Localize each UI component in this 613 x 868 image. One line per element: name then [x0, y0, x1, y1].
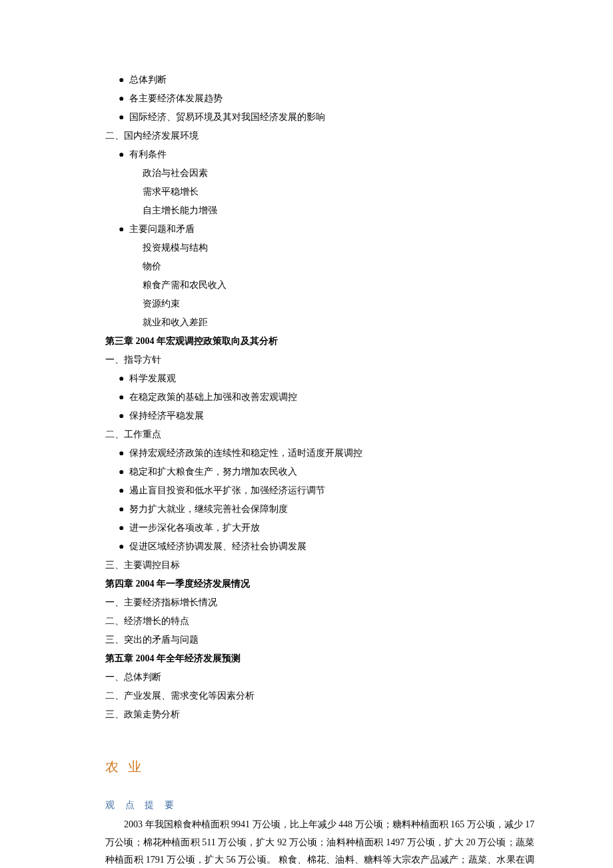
bullet-icon: ● [119, 481, 129, 500]
toc-bullet-item: ●促进区域经济协调发展、经济社会协调发展 [79, 537, 534, 556]
toc-section-title: 三、主要调控目标 [79, 556, 534, 575]
bullet-icon: ● [119, 463, 129, 481]
toc-chapter-title: 第五章 2004 年全年经济发展预测 [79, 649, 534, 668]
bullet-icon: ● [119, 444, 129, 463]
toc-section-title: 三、政策走势分析 [79, 705, 534, 724]
toc-bullet-item: ●保持宏观经济政策的连续性和稳定性，适时适度开展调控 [79, 444, 534, 463]
toc-sub-item: 物价 [79, 257, 534, 276]
toc-sub-item: 自主增长能力增强 [79, 201, 534, 220]
toc-bullet-item: ●努力扩大就业，继续完善社会保障制度 [79, 500, 534, 519]
toc-sub-item: 投资规模与结构 [79, 239, 534, 257]
bullet-icon: ● [119, 407, 129, 425]
bullet-icon: ● [119, 220, 129, 239]
bullet-icon: ● [119, 537, 129, 556]
toc-bullet-item: ●稳定和扩大粮食生产，努力增加农民收入 [79, 463, 534, 481]
bullet-icon: ● [119, 108, 129, 127]
toc-section-title: 二、产业发展、需求变化等因素分析 [79, 687, 534, 705]
body-paragraph: 2003 年我国粮食种植面积 9941 万公顷，比上年减少 448 万公顷；糖料… [79, 816, 534, 868]
bullet-icon: ● [119, 89, 129, 108]
sub-heading-viewpoint: 观 点 提 要 [79, 796, 534, 815]
toc-bullet-item: ●进一步深化各项改革，扩大开放 [79, 519, 534, 537]
toc-chapter-title: 第三章 2004 年宏观调控政策取向及其分析 [79, 332, 534, 351]
bullet-icon: ● [119, 71, 129, 89]
document-page: ●总体判断 ●各主要经济体发展趋势 ●国际经济、贸易环境及其对我国经济发展的影响… [0, 0, 613, 868]
toc-section-title: 一、指导方针 [79, 351, 534, 369]
toc-sub-item: 政治与社会因素 [79, 164, 534, 183]
toc-section-title: 二、国内经济发展环境 [79, 127, 534, 145]
toc-sub-item: 就业和收入差距 [79, 313, 534, 332]
toc-section-title: 一、主要经济指标增长情况 [79, 593, 534, 612]
toc-section-title: 二、经济增长的特点 [79, 612, 534, 631]
toc-bullet-item: ●国际经济、贸易环境及其对我国经济发展的影响 [79, 108, 534, 127]
toc-bullet-item: ●保持经济平稳发展 [79, 407, 534, 425]
toc-chapter-title: 第四章 2004 年一季度经济发展情况 [79, 575, 534, 593]
toc-bullet-item: ●总体判断 [79, 71, 534, 89]
bullet-icon: ● [119, 145, 129, 164]
toc-bullet-item: ●遏止盲目投资和低水平扩张，加强经济运行调节 [79, 481, 534, 500]
toc-section-title: 一、总体判断 [79, 668, 534, 687]
toc-bullet-item: ●在稳定政策的基础上加强和改善宏观调控 [79, 388, 534, 407]
toc-bullet-item: ●主要问题和矛盾 [79, 220, 534, 239]
bullet-icon: ● [119, 369, 129, 388]
section-heading-agriculture: 农业 [79, 753, 534, 780]
toc-section-title: 二、工作重点 [79, 425, 534, 444]
toc-bullet-item: ●各主要经济体发展趋势 [79, 89, 534, 108]
toc-section-title: 三、突出的矛盾与问题 [79, 631, 534, 649]
toc-bullet-item: ●科学发展观 [79, 369, 534, 388]
bullet-icon: ● [119, 519, 129, 537]
toc-sub-item: 资源约束 [79, 295, 534, 313]
toc-bullet-item: ●有利条件 [79, 145, 534, 164]
toc-sub-item: 粮食产需和农民收入 [79, 276, 534, 295]
bullet-icon: ● [119, 388, 129, 407]
bullet-icon: ● [119, 500, 129, 519]
toc-sub-item: 需求平稳增长 [79, 183, 534, 201]
